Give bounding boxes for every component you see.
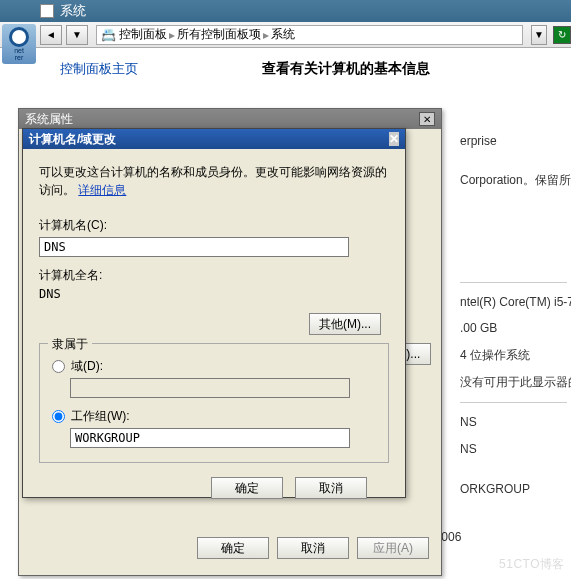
info-workgroup: ORKGROUP bbox=[460, 478, 567, 501]
info-cpu: ntel(R) Core(TM) i5-7200 bbox=[460, 291, 567, 314]
system-properties-footer: 确定 取消 应用(A) bbox=[19, 529, 441, 567]
window-icon bbox=[40, 4, 54, 18]
page-heading: 查看有关计算机的基本信息 bbox=[262, 60, 430, 78]
sysprops-cancel-button[interactable]: 取消 bbox=[277, 537, 349, 559]
domain-radio-row: 域(D): bbox=[52, 358, 376, 375]
info-dns2: NS bbox=[460, 438, 567, 461]
full-name-value: DNS bbox=[39, 287, 389, 301]
member-of-group: 隶属于 域(D): 工作组(W): bbox=[39, 343, 389, 463]
window-titlebar: 系统 bbox=[0, 0, 571, 22]
sysprops-ok-button[interactable]: 确定 bbox=[197, 537, 269, 559]
rename-dialog-footer: 确定 取消 bbox=[39, 463, 389, 499]
nav-back-button[interactable]: ◄ bbox=[40, 25, 62, 45]
info-separator-1 bbox=[460, 282, 567, 283]
computer-name-input[interactable] bbox=[39, 237, 349, 257]
breadcrumb-part-1[interactable]: 控制面板 bbox=[119, 26, 167, 43]
other-button[interactable]: 其他(M)... bbox=[309, 313, 381, 335]
ie-logo-icon bbox=[9, 27, 29, 47]
info-dns1: NS bbox=[460, 411, 567, 434]
rename-ok-button[interactable]: 确定 bbox=[211, 477, 283, 499]
rename-dialog-titlebar[interactable]: 计算机名/域更改 ✕ bbox=[23, 129, 405, 149]
info-corp: Corporation。保留所有权利 bbox=[460, 169, 567, 192]
breadcrumb-part-3[interactable]: 系统 bbox=[271, 26, 295, 43]
rename-dialog-title: 计算机名/域更改 bbox=[29, 131, 116, 148]
ie-label-2: rer bbox=[15, 54, 24, 61]
detail-info-link[interactable]: 详细信息 bbox=[78, 183, 126, 197]
watermark: 51CTO博客 bbox=[499, 556, 565, 573]
domain-radio[interactable] bbox=[52, 360, 65, 373]
domain-input bbox=[70, 378, 350, 398]
breadcrumb-part-2[interactable]: 所有控制面板项 bbox=[177, 26, 261, 43]
info-pen: 没有可用于此显示器的笔或触 bbox=[460, 371, 567, 394]
rename-cancel-button[interactable]: 取消 bbox=[295, 477, 367, 499]
workgroup-label: 工作组(W): bbox=[71, 408, 130, 425]
system-info-panel: erprise Corporation。保留所有权利 ntel(R) Core(… bbox=[460, 130, 567, 505]
rename-dialog-body: 可以更改这台计算机的名称和成员身份。更改可能影响网络资源的访问。 详细信息 计算… bbox=[23, 149, 405, 513]
sysprops-apply-button[interactable]: 应用(A) bbox=[357, 537, 429, 559]
info-arch: 4 位操作系统 bbox=[460, 344, 567, 367]
info-edition: erprise bbox=[460, 130, 567, 153]
explorer-toolbar: ◄ ▼ 📇 控制面板 ▸ 所有控制面板项 ▸ 系统 ▼ ↻ bbox=[0, 22, 571, 48]
full-name-label: 计算机全名: bbox=[39, 267, 389, 284]
refresh-button[interactable]: ↻ bbox=[553, 26, 571, 44]
breadcrumb[interactable]: 📇 控制面板 ▸ 所有控制面板项 ▸ 系统 bbox=[96, 25, 523, 45]
rename-dialog: 计算机名/域更改 ✕ 可以更改这台计算机的名称和成员身份。更改可能影响网络资源的… bbox=[22, 128, 406, 498]
window-title: 系统 bbox=[60, 2, 86, 20]
member-of-legend: 隶属于 bbox=[48, 336, 92, 353]
domain-label: 域(D): bbox=[71, 358, 103, 375]
info-ram: .00 GB bbox=[460, 317, 567, 340]
workgroup-radio-row: 工作组(W): bbox=[52, 408, 376, 425]
computer-name-label: 计算机名(C): bbox=[39, 217, 389, 234]
nav-forward-button[interactable]: ▼ bbox=[66, 25, 88, 45]
workgroup-input[interactable] bbox=[70, 428, 350, 448]
system-properties-title: 系统属性 bbox=[25, 111, 73, 128]
ie-label-1: net bbox=[14, 47, 24, 54]
system-properties-close-button[interactable]: ✕ bbox=[419, 112, 435, 126]
info-separator-2 bbox=[460, 402, 567, 403]
ie-icon[interactable]: net rer bbox=[2, 24, 36, 64]
breadcrumb-sep-2: ▸ bbox=[263, 28, 269, 42]
system-properties-titlebar[interactable]: 系统属性 ✕ bbox=[19, 109, 441, 129]
rename-dialog-close-button[interactable]: ✕ bbox=[389, 132, 399, 146]
control-panel-home-link[interactable]: 控制面板主页 bbox=[60, 61, 138, 76]
rename-description: 可以更改这台计算机的名称和成员身份。更改可能影响网络资源的访问。 详细信息 bbox=[39, 163, 389, 199]
content-area: 控制面板主页 查看有关计算机的基本信息 bbox=[40, 50, 571, 88]
breadcrumb-dropdown-button[interactable]: ▼ bbox=[531, 25, 547, 45]
breadcrumb-sep-1: ▸ bbox=[169, 28, 175, 42]
breadcrumb-icon: 📇 bbox=[101, 28, 116, 42]
workgroup-radio[interactable] bbox=[52, 410, 65, 423]
